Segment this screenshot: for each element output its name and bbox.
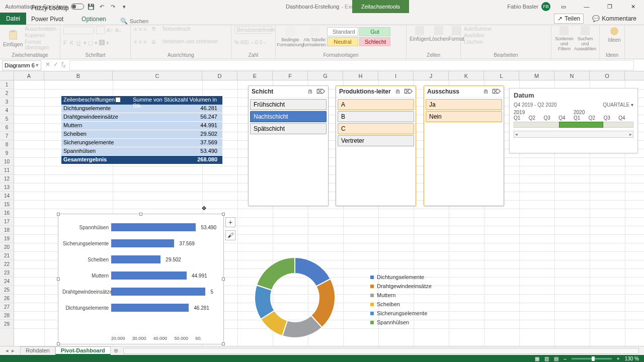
row-header[interactable]: 10 [0,157,14,166]
row-header[interactable]: 15 [0,200,14,209]
enter-icon[interactable]: ✓ [53,61,58,69]
timeline-slicer-datum[interactable]: Datum Q4 2019 - Q2 2020 QUARTALE ▾ 20192… [509,88,638,153]
slicer-item[interactable]: Frühschicht [250,99,327,110]
tell-me-search[interactable]: 🔍 [116,18,174,25]
sheet-nav-buttons[interactable]: ◂▸ [0,347,20,354]
share-button[interactable]: ↗Teilen [554,14,584,24]
resize-handle[interactable] [222,213,225,216]
column-header[interactable]: F [273,71,308,80]
column-header[interactable]: N [554,71,590,80]
format-as-table-button[interactable]: Als Tabelle formatieren [303,26,326,47]
multiselect-icon[interactable]: ⫙ [483,88,489,95]
bar-chart[interactable]: ✥ + 🖌 Spannhülsen53.490Sicherungselement… [58,214,224,344]
resize-handle[interactable] [57,213,60,216]
horizontal-scrollbar[interactable] [123,348,639,354]
sheet-tab[interactable]: Pivot-Dashboard [55,346,111,355]
slicer-item[interactable]: Spätschicht [250,123,327,134]
row-header[interactable]: 20 [0,243,14,251]
row-header[interactable]: 4 [0,106,14,115]
new-sheet-button[interactable]: ⊕ [114,347,118,354]
chart-elements-button[interactable]: + [225,217,235,227]
tab-fuzzy lookup[interactable]: Fuzzy Lookup [26,3,76,14]
minimize-button[interactable]: — [577,0,597,13]
row-header[interactable]: 26 [0,294,14,303]
row-header[interactable]: 23 [0,268,14,277]
search-input[interactable] [130,18,170,24]
column-header[interactable]: H [343,71,378,80]
ribbon-display-options-icon[interactable]: ▭ [553,0,574,13]
tab-power pivot[interactable]: Power Pivot [26,14,76,25]
row-header[interactable]: 28 [0,311,14,320]
row-header[interactable]: 6 [0,123,14,132]
slicer-produktionsleiter[interactable]: Produktions-leiter ⫙⌦ ABCVertreter [336,85,416,206]
slicer-schicht[interactable]: Schicht ⫙⌦ FrühschichtNachtschichtSpätsc… [248,85,329,206]
chart-styles-button[interactable]: 🖌 [225,230,235,240]
column-header[interactable]: A [14,71,44,80]
timeline-granularity-dropdown[interactable]: QUARTALE ▾ [603,102,633,108]
row-header[interactable]: 19 [0,234,14,243]
cut-button[interactable]: Ausschneiden [25,26,57,32]
row-header[interactable]: 17 [0,217,14,226]
clear-filter-icon[interactable]: ⌦ [404,88,413,95]
resize-handle[interactable] [222,278,225,281]
row-header[interactable]: 7 [0,132,14,140]
save-icon[interactable]: 💾 [87,3,95,11]
row-header[interactable]: 3 [0,98,14,106]
paste-button[interactable]: Einfügen [3,26,23,50]
row-header[interactable]: 13 [0,183,14,192]
find-select-button[interactable]: Suchen und Auswählen [574,26,596,51]
column-header[interactable]: D [202,71,237,80]
row-header[interactable]: 8 [0,140,14,149]
row-header[interactable]: 18 [0,226,14,234]
resize-handle[interactable] [57,278,60,281]
multiselect-icon[interactable]: ⫙ [307,88,313,95]
fx-icon[interactable]: fx [61,61,65,69]
pivot-row[interactable]: Sicherungselemente37.569 [61,139,222,147]
view-page-break-icon[interactable]: ▤ [554,356,558,361]
cancel-icon[interactable]: ✕ [45,61,50,69]
row-header[interactable]: 29 [0,320,14,328]
slicer-item[interactable]: B [338,111,414,122]
conditional-formatting-button[interactable]: Bedingte Formatierung [279,26,302,47]
ideas-button[interactable]: Ideen [603,26,626,43]
view-normal-icon[interactable]: ▦ [535,356,539,361]
resize-handle[interactable] [57,342,60,345]
undo-icon[interactable]: ↶ [98,3,106,11]
sort-filter-button[interactable]: Sortieren und Filtern [554,26,574,51]
row-header[interactable]: 24 [0,277,14,286]
tab-optionen[interactable]: Optionen [76,14,111,25]
comments-button[interactable]: 💬Kommentare [589,14,640,24]
resize-handle[interactable] [139,213,142,216]
column-header[interactable]: C [113,71,202,80]
select-all-triangle[interactable] [0,71,14,80]
slicer-item[interactable]: Ja [426,99,502,110]
pivot-filter-dropdown-icon[interactable] [116,98,120,102]
file-tab[interactable]: Datei [0,13,26,25]
row-header[interactable]: 5 [0,115,14,123]
row-header[interactable]: 14 [0,192,14,200]
insert-cells-button[interactable]: Einfügen [410,26,429,42]
formula-bar[interactable] [69,60,634,70]
row-header[interactable]: 9 [0,149,14,157]
pivot-row[interactable]: Dichtungselemente46.281 [61,105,222,113]
column-header[interactable]: M [519,71,554,80]
restore-button[interactable]: ❐ [600,0,620,13]
slicer-item[interactable]: Nachtschicht [250,111,327,122]
column-header[interactable]: K [449,71,484,80]
pivot-row[interactable]: Drahtgewindeeinsätze56.247 [61,113,222,122]
column-header[interactable]: G [308,71,343,80]
pivot-table[interactable]: Zeilenbeschriftungen Summe von Stückzahl… [61,96,222,164]
row-header[interactable]: 21 [0,251,14,260]
column-header[interactable]: I [378,71,414,80]
clear-filter-icon[interactable]: ⌦ [492,88,501,95]
column-header[interactable]: L [484,71,519,80]
column-header[interactable]: B [44,71,113,80]
slicer-item[interactable]: C [338,123,414,134]
zoom-slider[interactable] [572,358,612,359]
column-header[interactable]: E [237,71,273,80]
row-header[interactable]: 27 [0,303,14,311]
pivot-row[interactable]: Muttern44.991 [61,122,222,130]
multiselect-icon[interactable]: ⫙ [395,88,401,95]
resize-handle[interactable] [222,342,225,345]
row-header[interactable]: 12 [0,174,14,183]
